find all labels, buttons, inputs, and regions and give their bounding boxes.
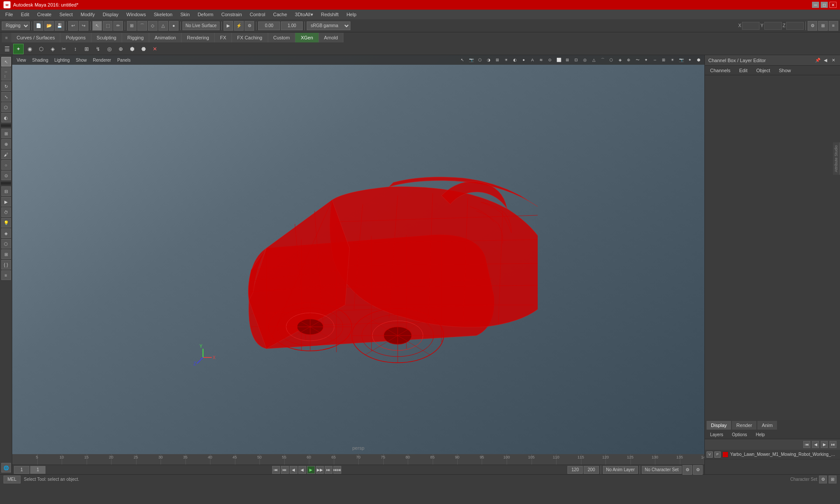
- xgen-part1-btn[interactable]: ⬢: [127, 44, 137, 54]
- snap-point-btn[interactable]: ◇: [148, 21, 158, 31]
- menu-3dtoall[interactable]: 3DtoAll▾: [291, 11, 316, 18]
- step-back-btn[interactable]: ⏭: [281, 466, 289, 474]
- menu-cache[interactable]: Cache: [270, 11, 290, 18]
- status-grid-btn[interactable]: ⊞: [829, 476, 836, 483]
- menu-control[interactable]: Control: [246, 11, 269, 18]
- vp-light-btn[interactable]: ☀: [502, 56, 510, 64]
- grid-btn[interactable]: ⊞: [818, 21, 828, 31]
- anim-btn[interactable]: ▶: [1, 197, 11, 206]
- tab-fx-caching[interactable]: FX Caching: [232, 33, 268, 42]
- vp-gate-btn[interactable]: ⬜: [555, 56, 563, 64]
- layer-nav-start[interactable]: ⏮: [803, 441, 810, 448]
- display-tab-anim[interactable]: Anim: [757, 421, 777, 430]
- vp-texture-btn[interactable]: ⊞: [494, 56, 501, 64]
- tab-curves-surfaces[interactable]: Curves / Surfaces: [11, 33, 60, 42]
- ch-tab-show[interactable]: Show: [775, 67, 794, 74]
- help-tab[interactable]: Help: [752, 431, 768, 438]
- rotate-tool-btn[interactable]: ↻: [1, 81, 11, 91]
- misc-btn[interactable]: ≡: [1, 270, 11, 280]
- display-tab-display[interactable]: Display: [707, 421, 731, 430]
- lasso-mode-btn[interactable]: ⬚: [103, 21, 112, 31]
- menu-skin[interactable]: Skin: [177, 11, 193, 18]
- vp-joint-btn[interactable]: ◈: [616, 56, 624, 64]
- ipr-btn[interactable]: ⚡: [234, 21, 244, 31]
- undo-btn[interactable]: ↩: [68, 21, 78, 31]
- redo-btn[interactable]: ↪: [79, 21, 88, 31]
- menu-display[interactable]: Display: [99, 11, 122, 18]
- xgen-coil-btn[interactable]: ◎: [104, 44, 115, 54]
- timeline-row[interactable]: 5101520253035404550556065707580859095100…: [12, 454, 704, 465]
- open-file-btn[interactable]: 📂: [44, 21, 54, 31]
- hypershade-btn[interactable]: ⬡: [1, 239, 11, 248]
- xgen-noise-btn[interactable]: ⊞: [81, 44, 92, 54]
- lasso-btn[interactable]: ○: [1, 160, 11, 170]
- vp-select-btn[interactable]: ↖: [458, 56, 466, 64]
- tab-custom[interactable]: Custom: [268, 33, 296, 42]
- gamma-select[interactable]: sRGB gamma: [307, 21, 350, 30]
- vp-wireframe-btn[interactable]: ⬡: [476, 56, 484, 64]
- tab-collapse-btn[interactable]: ≡: [2, 33, 11, 42]
- attr-btn[interactable]: ⊞: [1, 249, 11, 259]
- tab-sculpting[interactable]: Sculpting: [91, 33, 122, 42]
- last-tool-btn[interactable]: ⬡: [1, 102, 11, 112]
- render-current-btn[interactable]: ▶: [224, 21, 233, 31]
- ch-tab-object[interactable]: Object: [752, 67, 774, 74]
- vp-motion-blur-btn[interactable]: ≋: [537, 56, 545, 64]
- xgen-x-btn[interactable]: ✕: [150, 44, 160, 54]
- tab-polygons[interactable]: Polygons: [60, 33, 91, 42]
- options-tab[interactable]: Options: [728, 431, 750, 438]
- tab-fx[interactable]: FX: [215, 33, 232, 42]
- extra-btn[interactable]: ≡: [829, 21, 838, 31]
- menu-modify[interactable]: Modify: [77, 11, 98, 18]
- tab-rigging[interactable]: Rigging: [122, 33, 149, 42]
- shader-btn[interactable]: ◈: [1, 228, 11, 238]
- vp-isolate-btn[interactable]: ◎: [581, 56, 589, 64]
- save-file-btn[interactable]: 💾: [55, 21, 64, 31]
- menu-constrain[interactable]: Constrain: [218, 11, 245, 18]
- vp-xgen-vis-btn[interactable]: ✦: [686, 56, 694, 64]
- menu-redshift[interactable]: Redshift: [318, 11, 342, 18]
- vp-curves-btn[interactable]: ⌒: [598, 56, 606, 64]
- mode-select[interactable]: Rigging: [2, 21, 30, 30]
- xgen-twist-btn[interactable]: ↯: [93, 44, 103, 54]
- mel-label[interactable]: MEL: [4, 476, 21, 483]
- paint-select-btn[interactable]: ✏: [113, 21, 123, 31]
- y-value[interactable]: [764, 22, 782, 30]
- ch-tab-edit[interactable]: Edit: [735, 67, 751, 74]
- vp-show-menu[interactable]: Show: [73, 57, 89, 63]
- start-frame-input[interactable]: [14, 466, 29, 474]
- prev-key-btn[interactable]: ◀: [290, 466, 298, 474]
- tab-xgen[interactable]: XGen: [295, 33, 318, 42]
- vp-aa-btn[interactable]: A: [528, 56, 536, 64]
- vp-renderer-menu[interactable]: Renderer: [90, 57, 114, 63]
- vp-camera-vis-btn[interactable]: 📷: [677, 56, 685, 64]
- menu-deform[interactable]: Deform: [194, 11, 217, 18]
- vp-ncloth-btn[interactable]: ⬢: [695, 56, 703, 64]
- layer-btn[interactable]: ⊟: [1, 186, 11, 196]
- next-key-btn[interactable]: ▶▶: [316, 466, 324, 474]
- xgen-length-btn[interactable]: ↕: [70, 44, 80, 54]
- vp-dof-btn[interactable]: ⊙: [546, 56, 554, 64]
- step-fwd-btn[interactable]: ⏭: [325, 466, 332, 474]
- xgen-select-btn[interactable]: ◈: [47, 44, 58, 54]
- show-manip-btn[interactable]: ⊞: [1, 129, 11, 138]
- anim-end-input[interactable]: [584, 466, 599, 474]
- render-settings-btn[interactable]: ⚙: [245, 21, 254, 31]
- vp-lighting-menu[interactable]: Lighting: [52, 57, 72, 63]
- play-fwd-btn[interactable]: ▶: [307, 466, 315, 474]
- vp-shadow-btn[interactable]: ◐: [511, 56, 519, 64]
- scale-tool-btn[interactable]: ⤡: [1, 92, 11, 102]
- layer-nav-end[interactable]: ⏭: [830, 441, 836, 448]
- menu-select[interactable]: Select: [56, 11, 77, 18]
- snap-live-btn[interactable]: ●: [169, 21, 178, 31]
- script-btn[interactable]: { }: [1, 260, 11, 270]
- menu-skeleton[interactable]: Skeleton: [150, 11, 176, 18]
- vp-manips-btn[interactable]: ↔: [651, 56, 659, 64]
- go-to-end-btn[interactable]: ⏭⏭: [333, 466, 341, 474]
- z-value[interactable]: [786, 22, 804, 30]
- toggle-sidebar-btn[interactable]: ☰: [2, 44, 12, 54]
- value1-input[interactable]: [258, 21, 280, 30]
- vp-view-menu[interactable]: View: [14, 57, 29, 63]
- vp-grid-btn[interactable]: ⊞: [660, 56, 668, 64]
- minimize-button[interactable]: ─: [812, 2, 819, 8]
